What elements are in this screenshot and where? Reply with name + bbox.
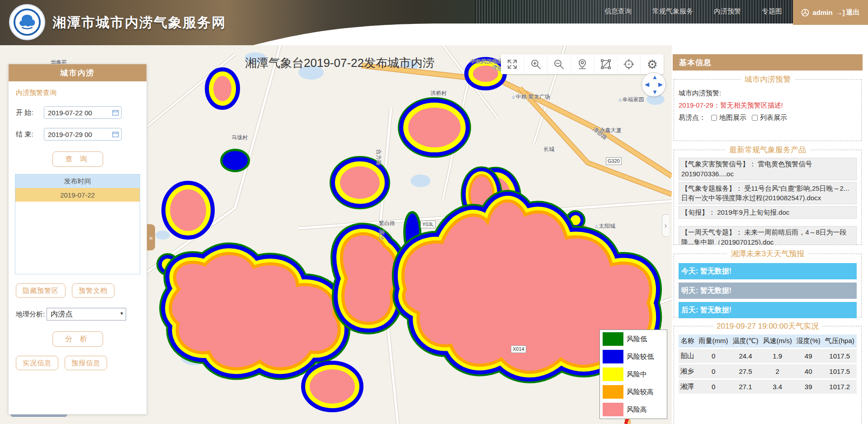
top-nav: 信息查询常规气象服务内涝预警专题图: [604, 7, 782, 16]
settings-icon[interactable]: ⚙: [641, 54, 664, 74]
legend-label: 风险较低: [627, 353, 654, 361]
site-title: 湘潭市城市内涝气象服务网: [52, 14, 226, 32]
map-place-label: 繁白路: [379, 220, 395, 227]
legend-label: 风险中: [627, 370, 647, 379]
pan-left-icon[interactable]: ◀: [645, 81, 649, 88]
pan-up-icon[interactable]: ▲: [652, 74, 658, 80]
nav-item-信息查询[interactable]: 信息查询: [604, 7, 632, 16]
logout-button[interactable]: →] 退出: [836, 8, 860, 17]
right-panel-expand-button[interactable]: ›: [662, 214, 669, 237]
weather-cell: 24.4: [731, 349, 761, 363]
weather-section: 2019-09-27 19:00:00天气实况 名称雨量(mm)温度(℃)风速(…: [674, 321, 862, 424]
legend-swatch: [603, 332, 623, 346]
weather-row: 湘潭027.13.4391017.2: [679, 380, 857, 394]
start-date-input[interactable]: [44, 106, 122, 119]
weather-cell: 0: [696, 380, 730, 394]
user-box[interactable]: admin →] 退出: [793, 0, 868, 25]
map-display-checkbox[interactable]: [711, 115, 717, 121]
publish-time-row[interactable]: 2019-07-22: [15, 188, 140, 202]
right-panel-title: 基本信息: [673, 54, 863, 71]
weather-cell: 0: [696, 349, 730, 363]
warning-detail-line: 2019-07-29：暂无相关预警区描述!: [679, 101, 857, 110]
forecast-day-bar: 今天: 暂无数据!: [679, 263, 857, 279]
warning-section: 城市内涝预警 城市内涝预警: 2019-07-29：暂无相关预警区描述! 易涝点…: [674, 74, 862, 141]
legend-label: 风险较高: [627, 388, 654, 396]
end-date-label: 结 束:: [16, 130, 44, 139]
legend-swatch: [603, 350, 623, 363]
weather-cell: 1017.5: [822, 349, 857, 363]
weather-cell: 1017.2: [822, 380, 857, 394]
polygon-icon[interactable]: [594, 54, 618, 74]
expand-icon[interactable]: [501, 54, 524, 74]
list-display-checkbox[interactable]: [752, 115, 758, 121]
weather-cell: 49: [794, 349, 823, 363]
weather-row: 韶山024.41.9491017.5: [679, 349, 857, 363]
nav-item-内涝预警[interactable]: 内涝预警: [714, 7, 741, 16]
geo-analysis-label: 地理分析:: [16, 310, 45, 319]
publish-time-table: 发布时间 2019-07-22: [15, 174, 140, 274]
analyze-button[interactable]: 分 析: [52, 331, 103, 347]
weather-cell: 2: [760, 364, 794, 378]
map-road-label: 高兰: [377, 230, 385, 240]
map-pan-control[interactable]: ▲ ▼ ◀ ▶: [642, 72, 666, 97]
nav-item-常规气象服务[interactable]: 常规气象服务: [652, 7, 693, 16]
road-number-badge: G320: [606, 157, 622, 165]
calendar-icon[interactable]: [112, 109, 119, 116]
forecast-info-button[interactable]: 预报信息: [65, 356, 107, 370]
list-display-label: 列表展示: [760, 113, 787, 122]
locate-icon[interactable]: [571, 54, 594, 74]
legend-swatch: [603, 403, 623, 416]
calendar-icon[interactable]: [112, 131, 119, 137]
product-link[interactable]: 【气象灾害预警信号】： 雷电黄色预警信号2019070336....oc: [679, 158, 857, 180]
header-photo-texture: [475, 0, 796, 45]
building-icon: ⌂: [512, 94, 515, 99]
username: admin: [812, 9, 832, 16]
geo-analysis-select[interactable]: 内涝点 ▼: [47, 308, 126, 320]
weather-cell: 3.4: [760, 380, 794, 394]
nav-item-专题图[interactable]: 专题图: [762, 7, 782, 16]
map-toolbar: ⚙: [501, 54, 664, 74]
chevron-down-icon: ▼: [119, 311, 124, 316]
hide-warning-zones-button[interactable]: 隐藏预警区: [16, 283, 66, 298]
end-date-input[interactable]: [44, 128, 122, 141]
pan-right-icon[interactable]: ▶: [658, 81, 663, 88]
map-place-label: 长城: [543, 146, 554, 153]
product-link[interactable]: 【气象专题服务】： 受11号台风“白鹿”影响,25日晚～2...日有一次中等强度…: [679, 182, 857, 205]
weather-cell: 湘乡: [679, 364, 696, 378]
warning-section-legend: 城市内涝预警: [741, 74, 794, 85]
left-panel-collapse-button[interactable]: «: [147, 224, 155, 250]
weather-cell: 27.1: [731, 380, 761, 394]
live-info-button[interactable]: 实况信息: [16, 356, 58, 370]
app-header: 湘潭市城市内涝气象服务网 信息查询常规气象服务内涝预警专题图 admin →] …: [0, 0, 868, 45]
weather-col-header: 雨量(mm): [696, 334, 730, 348]
weather-cell: 40: [794, 364, 823, 378]
map-display-label: 地图展示: [719, 113, 746, 122]
legend-item: 风险中: [603, 367, 664, 381]
logout-icon: →]: [836, 9, 845, 16]
legend-item: 风险高: [603, 403, 664, 416]
warning-doc-button[interactable]: 预警文档: [72, 283, 114, 298]
warning-line: 城市内涝预警:: [679, 89, 857, 98]
left-panel-title: 城市内涝: [9, 64, 146, 81]
weather-cell: 1.9: [760, 349, 794, 363]
product-link[interactable]: 【旬报】： 2019年9月上旬旬报.doc: [679, 206, 857, 219]
map-place-label: ⌂幸福家园: [618, 96, 644, 104]
weather-cell: 1017.5: [822, 364, 857, 378]
pan-down-icon[interactable]: ▼: [652, 89, 658, 95]
product-link[interactable]: 【一周天气专题】： 未来一周前晴后雨，4～8日为一段降...集中期（201907…: [679, 226, 857, 245]
map-road-label: 合力路: [375, 149, 382, 165]
query-button[interactable]: 查 询: [52, 151, 103, 167]
waterlogging-query-panel: 城市内涝 内涝预警查询 开 始: 结 束:: [8, 64, 147, 415]
legend-swatch: [603, 385, 623, 399]
map-warning-title: 湘潭气象台2019-07-22发布城市内涝: [245, 55, 434, 71]
zoom-in-icon[interactable]: [524, 54, 548, 74]
zoom-out-icon[interactable]: [547, 54, 571, 74]
weather-cell: 0: [696, 364, 730, 378]
building-icon: ⌂: [618, 97, 622, 102]
products-section: 最新常规气象服务产品 【气象灾害预警信号】： 雷电黄色预警信号201907033…: [674, 145, 862, 245]
target-icon[interactable]: [618, 54, 641, 74]
weather-section-legend: 2019-09-27 19:00:00天气实况: [713, 321, 822, 331]
site-logo: [9, 4, 45, 40]
road-number-badge: X014: [511, 345, 526, 353]
publish-time-header: 发布时间: [15, 174, 140, 188]
